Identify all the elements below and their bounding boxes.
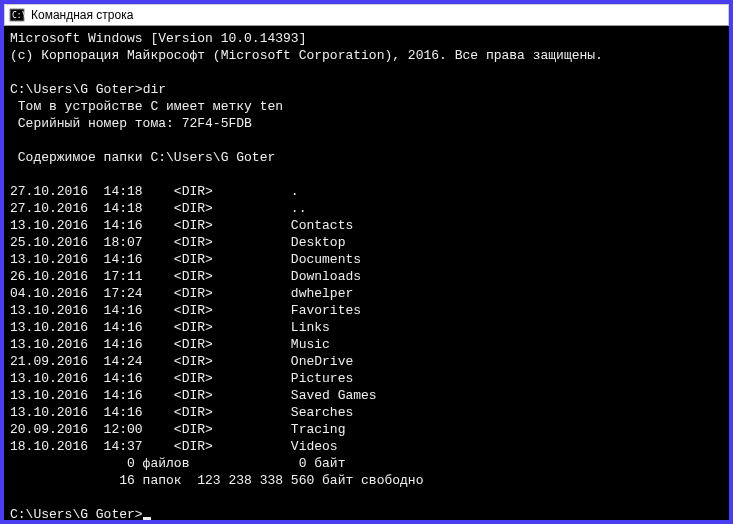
dir-listing: 27.10.2016 14:18 <DIR> . 27.10.2016 14:1…: [10, 184, 377, 454]
header-line-1: Microsoft Windows [Version 10.0.14393]: [10, 31, 306, 46]
cmd-icon: C:\: [9, 7, 25, 23]
command-prompt-window: C:\ Командная строка Microsoft Windows […: [4, 4, 729, 520]
header-line-2: (c) Корпорация Майкрософт (Microsoft Cor…: [10, 48, 603, 63]
command-1: dir: [143, 82, 166, 97]
terminal-output[interactable]: Microsoft Windows [Version 10.0.14393] (…: [4, 26, 729, 520]
titlebar[interactable]: C:\ Командная строка: [4, 4, 729, 26]
contents-line: Содержимое папки C:\Users\G Goter: [10, 150, 275, 165]
volume-line: Том в устройстве C имеет метку ten: [10, 99, 283, 114]
svg-text:C:\: C:\: [12, 11, 25, 20]
serial-line: Серийный номер тома: 72F4-5FDB: [10, 116, 252, 131]
cursor: [143, 517, 151, 520]
prompt-2: C:\Users\G Goter>: [10, 507, 143, 520]
summary-files: 0 файлов 0 байт: [10, 456, 345, 471]
prompt-1: C:\Users\G Goter>: [10, 82, 143, 97]
summary-dirs: 16 папок 123 238 338 560 байт свободно: [10, 473, 423, 488]
window-title: Командная строка: [31, 8, 133, 22]
